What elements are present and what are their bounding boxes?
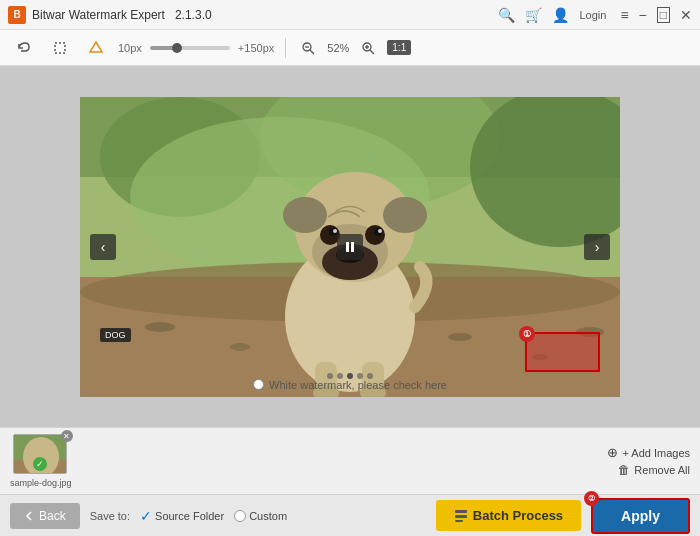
plus-circle-icon: ⊕ [607, 445, 618, 460]
svg-point-16 [145, 322, 175, 332]
thumbnail-container: ✕ ✓ [13, 434, 69, 476]
thumbnail-close-button[interactable]: ✕ [61, 430, 73, 442]
svg-rect-43 [455, 510, 467, 513]
svg-point-23 [283, 197, 327, 233]
svg-line-2 [310, 50, 314, 54]
max-px-label: +150px [238, 42, 274, 54]
watermark-box[interactable]: ① [525, 332, 600, 372]
zoom-1to1-tag[interactable]: 1:1 [387, 40, 411, 55]
right-panel: ⊕ + Add Images 🗑 Remove All [80, 445, 690, 477]
separator [285, 38, 286, 58]
bottom-panel: ✕ ✓ sample-dog.jpg ⊕ + Add Images 🗑 [0, 427, 700, 494]
zoom-out-button[interactable] [297, 37, 319, 59]
undo-button[interactable] [10, 34, 38, 62]
app-logo: B [8, 6, 26, 24]
crop-button[interactable] [46, 34, 74, 62]
svg-rect-39 [351, 242, 354, 252]
thumbnail-filename: sample-dog.jpg [10, 478, 72, 488]
dog-label: DOG [100, 328, 131, 342]
batch-process-button[interactable]: Batch Process [436, 500, 581, 531]
remove-all-button[interactable]: 🗑 Remove All [618, 463, 690, 477]
main-area: ‹ › DOG ① [0, 66, 700, 494]
back-button[interactable]: Back [10, 503, 80, 529]
slider-container [150, 46, 230, 50]
white-watermark-notice: White watermark, please check here [253, 379, 447, 391]
zoom-in-button[interactable] [357, 37, 379, 59]
image-canvas: ‹ › DOG ① [0, 66, 700, 427]
notice-radio[interactable] [253, 379, 264, 390]
title-bar: B Bitwar Watermark Expert 2.1.3.0 🔍 🛒 👤 … [0, 0, 700, 30]
user-icon[interactable]: 👤 [552, 7, 569, 23]
nav-next-button[interactable]: › [584, 234, 610, 260]
menu-icon[interactable]: ≡ [620, 7, 628, 23]
thumbnail-wrapper: ✕ ✓ sample-dog.jpg [10, 434, 72, 488]
save-to-label: Save to: [90, 510, 130, 522]
app-title: Bitwar Watermark Expert 2.1.3.0 [32, 8, 492, 22]
trash-icon: 🗑 [618, 463, 630, 477]
svg-point-24 [383, 197, 427, 233]
nav-prev-button[interactable]: ‹ [90, 234, 116, 260]
toolbar: 10px +150px 52% 1:1 [0, 30, 700, 66]
action-bar: Back Save to: ✓ Source Folder Custom Bat… [0, 494, 700, 536]
login-label[interactable]: Login [579, 9, 606, 21]
apply-badge: ② [584, 491, 599, 506]
svg-rect-44 [455, 515, 467, 518]
svg-line-5 [370, 50, 374, 54]
maximize-icon[interactable]: □ [657, 7, 670, 23]
zoom-level: 52% [327, 42, 349, 54]
watermark-badge-1: ① [519, 326, 535, 342]
nav-pause-button[interactable] [337, 234, 363, 260]
add-images-button[interactable]: ⊕ + Add Images [607, 445, 690, 460]
svg-point-32 [378, 229, 382, 233]
cart-icon[interactable]: 🛒 [525, 7, 542, 23]
source-folder-option[interactable]: ✓ Source Folder [140, 508, 224, 524]
apply-button[interactable]: Apply [591, 498, 690, 534]
checkmark-icon: ✓ [140, 508, 152, 524]
title-bar-icons: 🔍 🛒 👤 Login ≡ − □ ✕ [498, 7, 692, 23]
close-icon[interactable]: ✕ [680, 7, 692, 23]
search-icon[interactable]: 🔍 [498, 7, 515, 23]
min-px-label: 10px [118, 42, 142, 54]
svg-point-31 [333, 229, 337, 233]
apply-btn-wrapper: ② Apply [591, 498, 690, 534]
thumbnail-image[interactable]: ✓ [13, 434, 67, 474]
thumbnail-check-icon: ✓ [33, 457, 47, 471]
svg-point-28 [365, 225, 385, 245]
dog-image: ‹ › DOG ① [80, 97, 620, 397]
custom-option[interactable]: Custom [234, 510, 287, 522]
shape-button[interactable] [82, 34, 110, 62]
svg-rect-0 [55, 43, 65, 53]
brush-slider[interactable] [150, 46, 230, 50]
custom-radio[interactable] [234, 510, 246, 522]
svg-rect-45 [455, 520, 463, 522]
svg-rect-38 [346, 242, 349, 252]
minimize-icon[interactable]: − [639, 7, 647, 23]
svg-point-17 [230, 343, 250, 351]
svg-point-18 [448, 333, 472, 341]
